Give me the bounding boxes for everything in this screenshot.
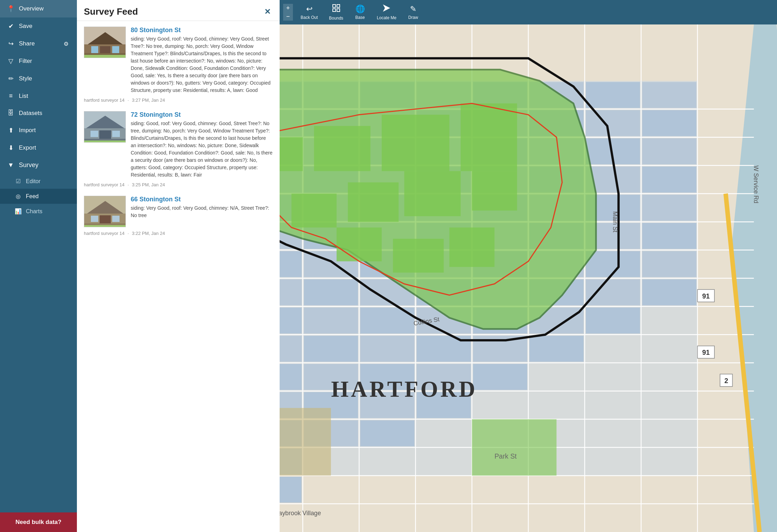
svg-rect-170 [404,171,461,216]
svg-rect-164 [280,137,303,171]
svg-rect-168 [292,194,337,228]
share-icon: ↪ [7,40,15,48]
zoom-out-button[interactable]: − [283,12,293,21]
svg-rect-23 [84,225,126,227]
feed-entry-right-1: 80 Stonington St siding: Very Good, roof… [131,27,273,94]
feed-entry-2: 72 Stonington St siding: Good, roof: Ver… [84,111,273,187]
feed-entry-image-1 [84,27,126,58]
svg-rect-7 [84,55,126,58]
sidebar-label-share: Share [19,40,35,47]
feed-entry-address-1: 80 Stonington St [131,27,273,34]
bounds-label: Bounds [329,16,343,21]
locate-me-button[interactable]: Locate Me [372,2,401,22]
svg-rect-161 [642,251,696,277]
svg-rect-145 [530,336,584,362]
svg-rect-109 [360,336,415,362]
feed-entry-summary-3: siding: Very Good, roof: Very Good, chim… [131,204,273,219]
svg-rect-25 [337,5,340,7]
sidebar-label-editor: Editor [26,178,41,185]
svg-rect-79 [280,279,302,305]
svg-rect-155 [642,82,696,108]
gear-icon[interactable]: ⚙ [62,41,70,47]
sidebar-item-list[interactable]: ≡ List [0,87,77,105]
feed-title: Survey Feed [84,6,138,17]
sidebar-item-feed[interactable]: ◎ Feed [0,189,77,204]
svg-rect-26 [333,9,336,12]
chevron-down-icon: ▼ [7,161,15,169]
feed-panel: Survey Feed ✕ [77,0,280,532]
feed-meta-dot-2: · [128,182,130,187]
svg-rect-147 [586,110,640,136]
back-out-button[interactable]: ↩ Back Out [296,2,323,22]
sidebar-item-datasets[interactable]: 🗄 Datasets [0,105,77,122]
sidebar-item-export[interactable]: ⬇ Export [0,139,77,157]
feed-entry-right-3: 66 Stonington St siding: Very Good, roof… [131,196,273,219]
close-feed-button[interactable]: ✕ [262,7,273,17]
svg-rect-166 [382,115,449,171]
svg-rect-14 [84,139,126,141]
sidebar-item-charts[interactable]: 📊 Charts [0,204,77,219]
svg-rect-5 [112,46,119,53]
sidebar-item-editor[interactable]: ☑ Editor [0,174,77,189]
svg-rect-185 [472,419,556,475]
back-out-icon: ↩ [306,5,312,14]
sidebar-label-import: Import [19,127,36,134]
svg-rect-162 [642,279,696,305]
sidebar-item-save[interactable]: ✔ Save [0,17,77,35]
svg-rect-95 [304,308,358,333]
svg-rect-158 [642,167,696,193]
survey-section-header[interactable]: ▼ Survey [0,157,77,174]
svg-rect-96 [304,336,358,362]
feed-entry-meta-3: hartford surveyor 14 · 3:22 PM, Jan 24 [84,231,273,236]
feed-entry-summary-1: siding: Very Good, roof: Very Good, chim… [131,35,273,94]
svg-rect-94 [304,279,358,305]
svg-rect-78 [280,251,302,277]
base-icon: 🌐 [355,5,365,14]
sidebar-label-save: Save [19,23,33,30]
sidebar-item-style[interactable]: ✏ Style [0,70,77,87]
sidebar-item-overview[interactable]: 📍 Overview [0,0,77,17]
sidebar-item-share[interactable]: ↪ Share ⚙ [0,35,77,52]
svg-rect-4 [91,46,98,53]
sidebar-label-charts: Charts [26,208,42,215]
map-svg: 91 91 2 5 Collins St Main St [280,24,777,532]
sidebar-label-style: Style [19,75,32,82]
svg-rect-173 [393,239,444,273]
svg-rect-86 [280,477,302,503]
sidebar-item-filter[interactable]: ▽ Filter [0,52,77,70]
svg-rect-80 [280,308,302,333]
feed-entry-meta-2: hartford surveyor 14 · 3:25 PM, Jan 24 [84,182,273,187]
feed-header: Survey Feed ✕ [77,0,280,21]
base-button[interactable]: 🌐 Base [350,2,370,22]
feed-meta-dot-1: · [128,98,130,103]
svg-rect-15 [84,141,126,143]
upload-icon: ⬆ [7,127,15,134]
map-toolbar: + − ↩ Back Out Bounds 🌐 Base Locate Me ✎… [280,0,777,24]
bulk-data-button[interactable]: Need bulk data? [0,512,77,532]
svg-rect-171 [472,171,517,210]
svg-rect-82 [280,364,302,390]
svg-rect-13 [112,131,120,137]
back-out-label: Back Out [301,15,318,20]
feed-entry-top-2: 72 Stonington St siding: Good, roof: Ver… [84,111,273,179]
datasets-icon: 🗄 [7,109,15,117]
feed-entry-address-2: 72 Stonington St [131,111,273,118]
svg-marker-28 [384,5,390,11]
bounds-button[interactable]: Bounds [324,2,348,23]
svg-rect-172 [337,228,382,261]
zoom-in-button[interactable]: + [283,4,293,12]
map-canvas[interactable]: 91 91 2 5 Collins St Main St [280,24,777,532]
svg-rect-174 [449,228,495,267]
location-icon: 📍 [7,5,15,13]
svg-rect-146 [586,82,640,108]
sidebar-item-import[interactable]: ⬆ Import [0,122,77,139]
feed-meta-user-1: hartford surveyor 14 [84,98,124,103]
svg-text:91: 91 [702,348,710,356]
svg-rect-156 [642,110,696,136]
svg-rect-24 [333,5,336,7]
locate-me-label: Locate Me [377,15,396,20]
draw-button[interactable]: ✎ Draw [403,2,424,22]
feed-meta-time-1: 3:27 PM, Jan 24 [132,98,165,103]
svg-text:HARTFORD: HARTFORD [331,376,477,402]
feed-icon: ◎ [15,193,22,200]
